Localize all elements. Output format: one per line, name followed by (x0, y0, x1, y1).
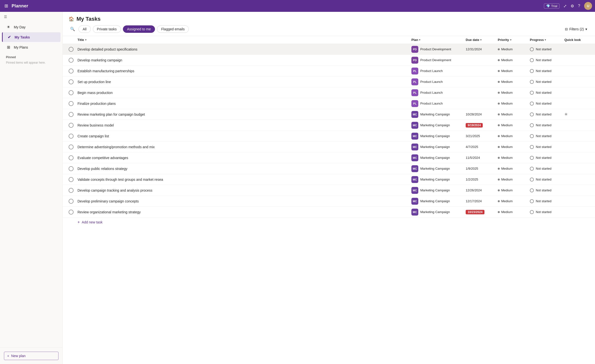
avatar[interactable]: U (584, 2, 592, 10)
task-info-button[interactable]: ℹ (139, 47, 143, 52)
table-row[interactable]: Begin mass production PL Product Launch … (63, 87, 595, 98)
task-title-cell: Develop campaign tracking and analysis p… (77, 188, 411, 192)
sidebar-item-my-plans[interactable]: ⊞ My Plans (2, 42, 60, 52)
table-row[interactable]: Set up production line PL Product Launch… (63, 76, 595, 87)
tab-all[interactable]: All (78, 25, 91, 33)
tab-flagged-emails[interactable]: Flagged emails (157, 25, 189, 33)
progress-text: Not started (536, 210, 552, 214)
plan-name: Product Development (420, 47, 451, 51)
task-checkbox[interactable] (69, 145, 77, 149)
check-circle[interactable] (69, 210, 74, 215)
settings-icon[interactable]: ⚙ (571, 4, 574, 8)
task-checkbox[interactable] (69, 79, 77, 84)
task-checkbox[interactable] (69, 134, 77, 139)
sidebar-toggle[interactable]: ☰ (0, 12, 62, 22)
priority-dot (498, 124, 500, 126)
table-row[interactable]: Finalize production plans PL Product Lau… (63, 98, 595, 109)
task-checkbox[interactable] (69, 177, 77, 182)
check-circle[interactable] (69, 112, 74, 117)
task-checkbox[interactable] (69, 123, 77, 128)
check-circle[interactable] (69, 199, 74, 204)
task-checkbox[interactable] (69, 69, 77, 73)
task-title-cell: Review organizational marketing strategy (77, 210, 411, 214)
task-checkbox[interactable] (69, 58, 77, 63)
waffle-icon[interactable]: ⊞ (3, 2, 10, 10)
filters-button[interactable]: ⊟ Filters (2) ▾ (563, 26, 589, 33)
check-circle[interactable] (69, 188, 74, 193)
col-quicklook-header: Quick look (564, 38, 589, 42)
check-circle[interactable] (69, 155, 74, 160)
plan-badge: PL (411, 100, 418, 107)
quicklook-sun-icon[interactable]: ✳ (564, 112, 568, 117)
trial-button[interactable]: 💎 Trial (544, 3, 559, 9)
priority-dot (498, 157, 500, 159)
task-checkbox[interactable] (69, 101, 77, 106)
table-row[interactable]: Develop campaign tracking and analysis p… (63, 185, 595, 196)
table-row[interactable]: Develop marketing campaign PD Product De… (63, 55, 595, 66)
table-row[interactable]: Develop detailed product specifications … (63, 44, 595, 55)
table-row[interactable]: Develop preliminary campaign concepts MC… (63, 196, 595, 207)
check-circle[interactable] (69, 79, 74, 84)
task-checkbox[interactable] (69, 210, 77, 215)
plan-badge: MC (411, 187, 418, 194)
progress-text: Not started (536, 134, 552, 138)
share-icon[interactable]: ⤢ (563, 4, 567, 8)
sidebar-item-my-tasks[interactable]: ✔ My Tasks (2, 32, 60, 42)
new-plan-button[interactable]: + New plan (4, 352, 58, 360)
table-row[interactable]: Create campaign list MC Marketing Campai… (63, 131, 595, 142)
task-checkbox[interactable] (69, 166, 77, 171)
progress-sort-icon: ▾ (545, 38, 546, 41)
task-title-cell: Validate concepts through test groups an… (77, 178, 411, 182)
task-title-cell: Determine advertising/promotion methods … (77, 145, 411, 149)
col-progress-header[interactable]: Progress ▾ (530, 38, 564, 42)
priority-dot (498, 48, 500, 50)
task-duedate-cell: 10/23/2024 (466, 210, 498, 214)
check-circle[interactable] (69, 69, 74, 73)
task-checkbox[interactable] (69, 47, 77, 52)
table-row[interactable]: Determine advertising/promotion methods … (63, 142, 595, 152)
col-duedate-header[interactable]: Due date ▾ (466, 38, 498, 42)
check-circle[interactable] (69, 58, 74, 63)
col-title-header[interactable]: Title ▾ (77, 38, 411, 42)
check-circle[interactable] (69, 177, 74, 182)
help-icon[interactable]: ? (578, 4, 580, 8)
table-row[interactable]: Establish manufacturing partnerships PL … (63, 66, 595, 76)
check-circle[interactable] (69, 47, 74, 52)
task-checkbox[interactable] (69, 188, 77, 193)
table-row[interactable]: Review business model MC Marketing Campa… (63, 120, 595, 131)
search-button[interactable]: 🔍 (69, 25, 77, 33)
progress-circle (530, 123, 534, 127)
sidebar-item-my-day[interactable]: ☀ My Day (2, 22, 60, 32)
task-more-button[interactable]: ⋯ (144, 47, 149, 52)
priority-dot (498, 211, 500, 213)
table-row[interactable]: Develop public relations strategy MC Mar… (63, 163, 595, 174)
check-circle[interactable] (69, 166, 74, 171)
tab-assigned-to-me[interactable]: Assigned to me (123, 25, 155, 33)
check-circle[interactable] (69, 101, 74, 106)
task-checkbox[interactable] (69, 199, 77, 204)
check-circle[interactable] (69, 145, 74, 149)
check-circle[interactable] (69, 123, 74, 128)
check-circle[interactable] (69, 90, 74, 95)
task-checkbox[interactable] (69, 155, 77, 160)
task-progress-cell: Not started (530, 210, 564, 214)
due-date-text: 4/7/2025 (466, 145, 478, 149)
task-plan-cell: MC Marketing Campaign (411, 176, 466, 183)
table-row[interactable]: Evaluate competitive advantages MC Marke… (63, 152, 595, 163)
task-title-cell: Evaluate competitive advantages (77, 156, 411, 160)
progress-circle (530, 47, 534, 51)
progress-text: Not started (536, 156, 552, 160)
col-plan-header[interactable]: Plan ▾ (411, 38, 466, 42)
table-row[interactable]: Review marketing plan for campaign budge… (63, 109, 595, 120)
table-row[interactable]: Review organizational marketing strategy… (63, 207, 595, 218)
table-row[interactable]: Validate concepts through test groups an… (63, 174, 595, 185)
check-circle[interactable] (69, 134, 74, 139)
tasks-icon: ✔ (7, 35, 12, 39)
task-title-text: Develop marketing campaign (77, 58, 122, 62)
task-checkbox[interactable] (69, 112, 77, 117)
progress-text: Not started (536, 112, 552, 116)
col-priority-header[interactable]: Priority ▾ (498, 38, 530, 42)
task-checkbox[interactable] (69, 90, 77, 95)
tab-private-tasks[interactable]: Private tasks (93, 25, 121, 33)
add-task-row[interactable]: + Add new task (63, 218, 595, 227)
